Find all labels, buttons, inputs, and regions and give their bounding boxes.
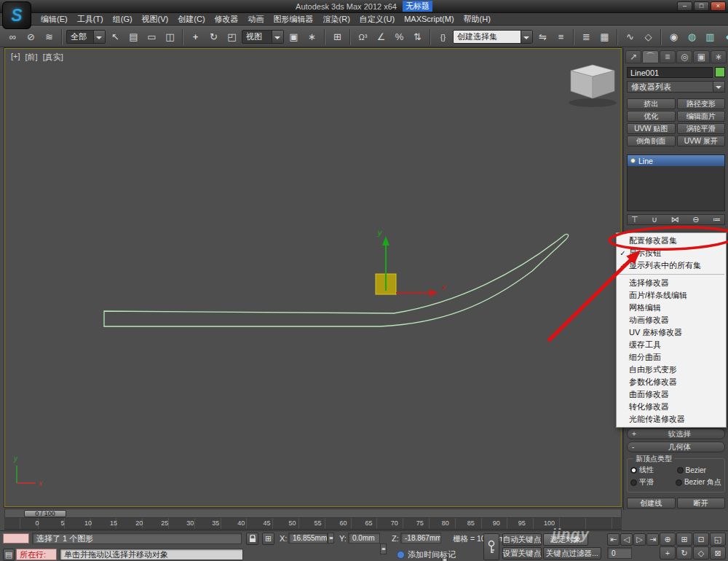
maximize-button[interactable]: □ [694, 1, 709, 11]
context-menu-item[interactable]: 动画修改器 [617, 314, 726, 326]
select-and-manipulate-icon[interactable]: ∗ [304, 28, 320, 45]
time-slider-track[interactable]: 0 / 100 [4, 509, 622, 518]
zoom-icon[interactable]: ⊕ [660, 533, 676, 546]
menu-item[interactable]: 渲染(R) [319, 13, 355, 26]
context-menu-item[interactable]: 光能传递修改器 [617, 413, 726, 425]
rollout-soft-selection[interactable]: + 软选择 [627, 428, 725, 439]
select-by-name-icon[interactable]: ▤ [125, 28, 142, 45]
context-menu-item[interactable]: ✓ 显示列表中的所有集 [617, 259, 726, 272]
named-selection-combo[interactable]: 创建选择集 [453, 30, 533, 44]
viewport-menu-shading[interactable]: [真实] [43, 52, 63, 63]
context-menu-item[interactable]: 细分曲面 [617, 351, 726, 364]
go-to-end-icon[interactable]: ⇥ [646, 533, 659, 546]
object-name-field[interactable]: Line001 [627, 67, 713, 78]
context-menu-item[interactable]: 缓存工具 [617, 339, 726, 351]
context-menu-item[interactable]: 转化修改器 [617, 401, 726, 413]
y-coordinate-field[interactable]: 0.0mm [348, 533, 380, 544]
x-coordinate-field[interactable]: 16.855mm [288, 533, 328, 544]
select-and-scale-icon[interactable]: ◰ [223, 28, 240, 45]
context-menu-item[interactable]: ✓ 显示按钮 [617, 247, 726, 259]
set-key-button[interactable]: 设置关键点 [502, 547, 542, 560]
render-production-icon[interactable]: ● [720, 28, 728, 45]
modifier-list-dropdown[interactable]: 修改器列表 [627, 81, 725, 93]
front-viewport[interactable]: [+] [前] [真实] y x x y [4, 48, 622, 507]
context-menu-item[interactable]: 自由形式变形 [617, 364, 726, 376]
snap-toggle-icon[interactable]: Ω³ [355, 28, 371, 45]
context-menu-item[interactable]: 曲面修改器 [617, 388, 726, 401]
modifier-stack[interactable]: Line [627, 154, 725, 211]
mirror-icon[interactable]: ⇋ [534, 28, 551, 45]
menu-item[interactable]: 修改器 [210, 13, 243, 26]
listener-line-field[interactable]: 所在行: [16, 549, 57, 560]
curve-editor-icon[interactable]: ∿ [622, 28, 638, 45]
layer-manager-icon[interactable]: ≣ [578, 28, 595, 45]
line-spline[interactable] [104, 234, 569, 326]
create-tab-icon[interactable]: ↗ [625, 50, 641, 63]
zoom-extents-icon[interactable]: ⊡ [693, 533, 709, 546]
orbit-icon[interactable]: ↻ [676, 546, 692, 560]
edit-named-selections-icon[interactable]: {} [435, 28, 451, 45]
modify-tab-icon[interactable]: ⌒ [642, 50, 658, 63]
break-button[interactable]: 断开 [677, 498, 726, 509]
modifier-set-button[interactable]: UVW 展开 [677, 136, 726, 146]
minimize-button[interactable]: – [677, 1, 692, 11]
schematic-view-icon[interactable]: ◇ [640, 28, 657, 45]
menu-item[interactable]: MAXScript(M) [400, 14, 458, 24]
material-editor-icon[interactable]: ◉ [665, 28, 682, 45]
zoom-all-icon[interactable]: ⊞ [676, 533, 692, 546]
bind-to-spacewarp-icon[interactable]: ≋ [41, 28, 58, 45]
menu-item[interactable]: 组(G) [108, 13, 137, 26]
pin-stack-icon[interactable]: ⊤ [631, 215, 638, 224]
configure-modifier-sets-icon[interactable]: ≔ [713, 215, 721, 224]
selection-filter-combo[interactable]: 全部 [66, 30, 106, 44]
z-coordinate-field[interactable]: -18.867mm [400, 533, 441, 544]
radio-smooth[interactable]: 平滑 [630, 477, 674, 487]
reference-coordinate-combo[interactable]: 视图 [242, 30, 284, 44]
menu-item[interactable]: 图形编辑器 [269, 13, 318, 26]
radio-linear[interactable]: 线性 [630, 465, 676, 475]
select-and-move-icon[interactable]: + [187, 28, 204, 45]
select-object-icon[interactable]: ↖ [107, 28, 124, 45]
x-spinner[interactable] [328, 533, 334, 544]
time-slider-handle[interactable]: 0 / 100 [24, 510, 66, 517]
menu-item[interactable]: 动画 [244, 13, 269, 26]
modifier-set-button[interactable]: 编辑面片 [677, 111, 726, 122]
modifier-set-button[interactable]: 倒角剖面 [627, 136, 676, 146]
utilities-tab-icon[interactable]: ∗ [711, 50, 727, 63]
time-tag-area[interactable]: 添加时间标记 [397, 549, 456, 560]
display-tab-icon[interactable]: ▣ [693, 50, 709, 63]
viewport-menu-pov[interactable]: [前] [25, 52, 38, 63]
max-logo-icon[interactable]: S [2, 1, 31, 29]
menu-item[interactable]: 创建(C) [173, 13, 209, 26]
context-menu-item[interactable]: 选择修改器 [617, 277, 726, 289]
percent-snap-icon[interactable]: % [391, 28, 408, 45]
pan-icon[interactable]: + [660, 546, 676, 560]
stack-item-bulb-icon[interactable] [630, 158, 636, 163]
menu-item[interactable]: 编辑(E) [36, 13, 72, 26]
go-to-start-icon[interactable]: ⇤ [607, 533, 620, 546]
context-menu-item[interactable]: 面片/样条线编辑 [617, 289, 726, 302]
menu-item[interactable]: 工具(T) [73, 13, 108, 26]
key-filters-button[interactable]: 关键点过滤器... [543, 547, 601, 560]
align-icon[interactable]: ≡ [553, 28, 569, 45]
track-bar[interactable]: 0510152025303540455055606570758085909510… [4, 518, 622, 530]
context-menu-item[interactable]: 参数化修改器 [617, 376, 726, 388]
rectangular-region-icon[interactable]: ▭ [143, 28, 160, 45]
rollout-geometry[interactable]: - 几何体 [627, 442, 725, 452]
select-and-rotate-icon[interactable]: ↻ [205, 28, 222, 45]
spinner-snap-icon[interactable]: ⇅ [409, 28, 426, 45]
make-unique-icon[interactable]: ⋈ [671, 215, 679, 224]
field-of-view-icon[interactable]: ◇ [693, 546, 709, 560]
stack-item-line[interactable]: Line [628, 155, 724, 166]
zoom-region-icon[interactable]: ◱ [710, 533, 726, 546]
modifier-set-button[interactable]: 挤出 [627, 98, 676, 109]
selection-lock-icon[interactable] [246, 533, 258, 545]
context-menu-item[interactable]: UV 座标修改器 [617, 326, 726, 339]
absolute-offset-toggle-icon[interactable]: ⊞ [262, 533, 274, 545]
menu-item[interactable]: 自定义(U) [355, 13, 399, 26]
close-button[interactable]: × [711, 1, 726, 11]
angle-snap-icon[interactable]: ∠ [373, 28, 389, 45]
menu-item[interactable]: 帮助(H) [459, 13, 495, 26]
rendered-frame-icon[interactable]: ▥ [702, 28, 719, 45]
radio-bezier[interactable]: Bezier [677, 465, 722, 475]
